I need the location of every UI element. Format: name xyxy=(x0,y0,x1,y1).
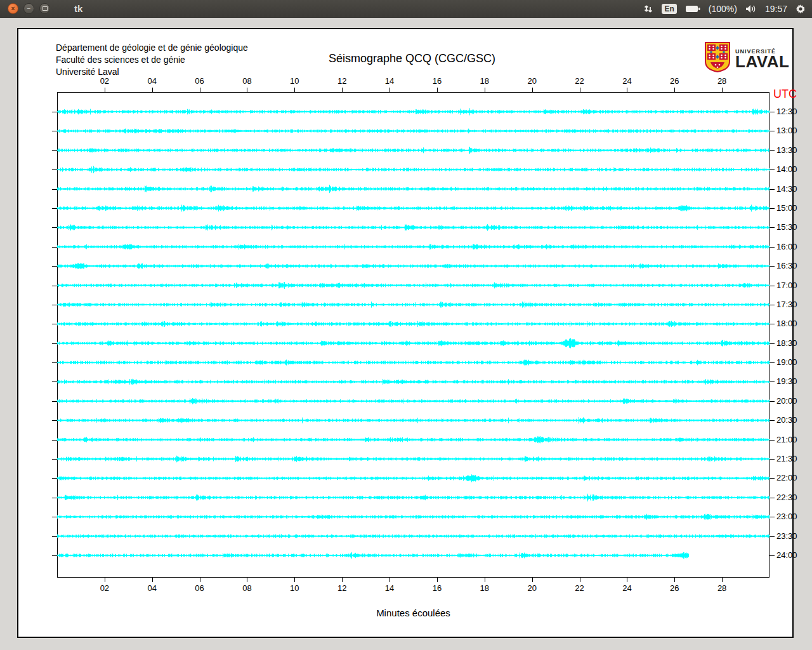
window-controls: × − xyxy=(8,3,50,14)
maximize-button[interactable] xyxy=(39,3,50,14)
trace-right-tick xyxy=(769,536,775,537)
trace-time-label: 21:00 xyxy=(776,435,797,444)
trace-left-tick xyxy=(52,362,57,363)
utc-axis-title: UTC xyxy=(773,88,797,101)
trace-right-tick xyxy=(769,440,775,441)
speaker-icon[interactable] xyxy=(745,4,757,13)
x-axis-top-tick xyxy=(390,88,390,92)
trace-left-tick xyxy=(52,247,57,248)
trace-right-tick xyxy=(769,478,775,479)
trace-left-tick xyxy=(52,131,57,131)
close-button[interactable]: × xyxy=(8,3,18,14)
battery-icon[interactable] xyxy=(685,4,700,13)
trace-left-tick xyxy=(52,536,57,537)
x-axis-bottom-tick xyxy=(627,578,627,582)
clock[interactable]: 19:57 xyxy=(765,4,787,14)
x-axis-top-tick xyxy=(247,88,247,92)
x-axis-top-tick xyxy=(437,88,438,92)
trace-right-tick xyxy=(769,247,775,248)
trace-left-tick xyxy=(52,517,57,517)
trace-time-label: 13:00 xyxy=(776,126,797,135)
trace-right-tick xyxy=(769,420,775,421)
keyboard-indicator[interactable]: En xyxy=(662,4,676,14)
gear-icon[interactable] xyxy=(796,4,806,14)
x-axis-bottom-tick xyxy=(342,578,343,582)
x-axis-top-tick xyxy=(722,88,723,92)
trace-time-label: 18:30 xyxy=(776,338,797,348)
x-axis-bottom-label: 02 xyxy=(100,583,109,593)
x-axis-bottom-tick xyxy=(200,578,200,582)
trace-left-tick xyxy=(52,169,57,170)
trace-right-tick xyxy=(769,362,775,363)
x-axis-bottom-tick xyxy=(152,578,153,582)
trace-time-label: 13:30 xyxy=(776,145,797,155)
x-axis-bottom-label: 26 xyxy=(670,583,679,593)
x-axis-bottom-label: 14 xyxy=(385,583,394,593)
trace-time-label: 19:00 xyxy=(776,357,797,367)
laval-shield-icon xyxy=(705,42,730,75)
x-axis-bottom-tick xyxy=(532,578,533,582)
x-axis-bottom-tick xyxy=(722,578,723,582)
trace-right-tick xyxy=(769,459,775,460)
trace-time-label: 15:00 xyxy=(776,203,797,213)
trace-right-tick xyxy=(769,343,775,344)
trace-left-tick xyxy=(52,150,57,151)
x-axis-top-tick xyxy=(532,88,533,92)
trace-time-label: 23:30 xyxy=(776,531,797,541)
x-axis-top-tick xyxy=(200,88,200,92)
trace-left-tick xyxy=(52,401,57,402)
seismogram-canvas xyxy=(57,92,769,578)
trace-time-label: 17:30 xyxy=(776,300,797,309)
x-axis-bottom-label: 20 xyxy=(527,583,536,593)
trace-right-tick xyxy=(769,150,775,151)
x-axis-title: Minutes écoulées xyxy=(57,607,769,618)
trace-right-tick xyxy=(769,517,775,517)
trace-right-tick xyxy=(769,305,775,305)
x-axis-bottom-label: 18 xyxy=(480,583,489,593)
chart-title: Séismographe QCQ (CGC/GSC) xyxy=(56,52,768,65)
battery-label: (100%) xyxy=(709,4,737,14)
x-axis-bottom-tick xyxy=(105,578,105,582)
x-axis-top-tick xyxy=(152,88,153,92)
x-axis-top-label: 08 xyxy=(242,76,251,86)
x-axis-bottom-tick xyxy=(580,578,580,582)
trace-time-label: 16:00 xyxy=(776,242,797,251)
minimize-button[interactable]: − xyxy=(23,3,34,14)
top-panel: × − tk En (100%) 19:57 xyxy=(0,0,812,18)
x-axis-bottom-tick xyxy=(390,578,390,582)
trace-right-tick xyxy=(769,227,775,228)
trace-right-tick xyxy=(769,169,775,170)
x-axis-bottom-label: 06 xyxy=(195,583,204,593)
trace-left-tick xyxy=(52,286,57,286)
x-axis-top-label: 14 xyxy=(385,76,394,86)
x-axis-bottom-tick xyxy=(294,578,295,582)
trace-time-label: 15:30 xyxy=(776,222,797,232)
x-axis-top-tick xyxy=(105,88,105,92)
trace-left-tick xyxy=(52,227,57,228)
updown-arrows-icon[interactable] xyxy=(643,4,653,14)
x-axis-bottom-label: 16 xyxy=(433,583,442,593)
trace-left-tick xyxy=(52,478,57,479)
trace-time-label: 21:30 xyxy=(776,454,797,463)
trace-left-tick xyxy=(52,112,57,112)
system-tray: En (100%) 19:57 xyxy=(643,4,806,14)
x-axis-top-label: 06 xyxy=(195,76,204,86)
x-axis-top-label: 24 xyxy=(622,76,631,86)
laval-logo-large-text: LAVAL xyxy=(735,55,789,69)
x-axis-bottom-label: 04 xyxy=(147,583,156,593)
x-axis-top-tick xyxy=(485,88,485,92)
trace-left-tick xyxy=(52,381,57,382)
trace-time-label: 14:30 xyxy=(776,184,797,194)
trace-left-tick xyxy=(52,420,57,421)
trace-left-tick xyxy=(52,440,57,441)
x-axis-bottom-tick xyxy=(485,578,485,582)
trace-time-label: 24:00 xyxy=(776,550,797,560)
trace-right-tick xyxy=(769,381,775,382)
trace-time-label: 14:00 xyxy=(776,164,797,174)
x-axis-bottom-label: 12 xyxy=(337,583,346,593)
x-axis-bottom-tick xyxy=(247,578,247,582)
laval-logo-text: UNIVERSITÉ LAVAL xyxy=(735,48,789,69)
x-axis-bottom-label: 24 xyxy=(622,583,631,593)
x-axis-top-label: 26 xyxy=(670,76,679,86)
x-axis-bottom-label: 22 xyxy=(575,583,584,593)
